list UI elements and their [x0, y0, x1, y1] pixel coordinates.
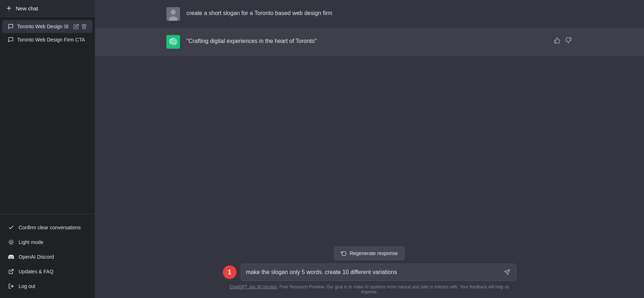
- sun-icon: [8, 239, 14, 245]
- thumbs-up-button[interactable]: [553, 36, 561, 44]
- svg-line-5: [9, 240, 10, 241]
- user-message-row: create a short slogan for a Toronto base…: [95, 0, 644, 28]
- user-message-content: create a short slogan for a Toronto base…: [186, 7, 572, 18]
- check-icon: [8, 224, 14, 231]
- logout-icon: [8, 283, 14, 289]
- sidebar-divider: [0, 214, 95, 214]
- new-chat-button[interactable]: New chat: [0, 0, 95, 17]
- chat-item[interactable]: Toronto Web Design Firm CTA: [2, 33, 93, 46]
- sidebar-item-label: Light mode: [19, 239, 43, 245]
- external-link-icon: [8, 268, 14, 275]
- chat-icon: [8, 24, 14, 29]
- chat-input[interactable]: [246, 269, 499, 275]
- svg-line-10: [13, 240, 13, 241]
- regenerate-icon: [341, 250, 347, 256]
- thumbs-down-button[interactable]: [565, 36, 572, 44]
- chat-icon: [8, 37, 14, 43]
- chat-messages: create a short slogan for a Toronto base…: [95, 0, 644, 241]
- svg-line-11: [11, 269, 13, 272]
- regenerate-button[interactable]: Regenerate response: [334, 246, 405, 260]
- bottom-area: Regenerate response 1 ChatGPT Jan 30 Ver…: [95, 241, 644, 298]
- send-icon: [504, 269, 510, 275]
- sidebar-item-confirm-clear[interactable]: Confirm clear conversations: [2, 220, 93, 235]
- chat-list: Toronto Web Design Sl Toronto Web Design…: [0, 17, 95, 211]
- assistant-message-content: "Crafting digital experiences in the hea…: [186, 35, 547, 46]
- chat-item-actions: [73, 24, 87, 29]
- user-badge: 1: [223, 265, 236, 279]
- chat-item-label: Toronto Web Design Firm CTA: [17, 37, 87, 43]
- new-chat-label: New chat: [16, 5, 38, 11]
- edit-icon[interactable]: [73, 24, 79, 29]
- sidebar-item-label: Confirm clear conversations: [19, 225, 81, 230]
- svg-point-14: [171, 10, 176, 15]
- assistant-message-row: "Crafting digital experiences in the hea…: [95, 28, 644, 56]
- sidebar-item-light-mode[interactable]: Light mode: [2, 235, 93, 249]
- input-container: [241, 264, 516, 281]
- main-content: create a short slogan for a Toronto base…: [95, 0, 644, 298]
- chat-item-label: Toronto Web Design Sl: [17, 24, 70, 29]
- openai-avatar: [166, 35, 180, 49]
- svg-point-2: [10, 241, 13, 244]
- svg-line-6: [13, 244, 13, 244]
- footer-text: ChatGPT Jan 30 Version. Free Research Pr…: [223, 284, 516, 294]
- sidebar-item-label: Log out: [19, 283, 35, 289]
- user-avatar: [166, 7, 180, 21]
- trash-icon[interactable]: [81, 24, 87, 29]
- sidebar-bottom: Confirm clear conversations Light mode: [0, 217, 95, 298]
- footer-description: . Free Research Preview. Our goal is to …: [277, 284, 509, 294]
- sidebar-item-label: Updates & FAQ: [19, 269, 53, 274]
- sidebar-item-logout[interactable]: Log out: [2, 279, 93, 293]
- input-row: 1: [223, 264, 516, 281]
- regenerate-label: Regenerate response: [350, 250, 398, 256]
- chat-item[interactable]: Toronto Web Design Sl: [2, 20, 93, 33]
- send-button[interactable]: [503, 268, 511, 276]
- sidebar-item-discord[interactable]: OpenAI Discord: [2, 250, 93, 264]
- discord-icon: [8, 254, 14, 260]
- sidebar: New chat Toronto Web Design Sl: [0, 0, 95, 298]
- sidebar-item-label: OpenAI Discord: [19, 254, 54, 260]
- svg-line-9: [9, 244, 10, 244]
- sidebar-item-updates-faq[interactable]: Updates & FAQ: [2, 264, 93, 279]
- plus-icon: [6, 5, 12, 11]
- message-feedback: [553, 35, 572, 44]
- footer-link[interactable]: ChatGPT Jan 30 Version: [230, 284, 277, 289]
